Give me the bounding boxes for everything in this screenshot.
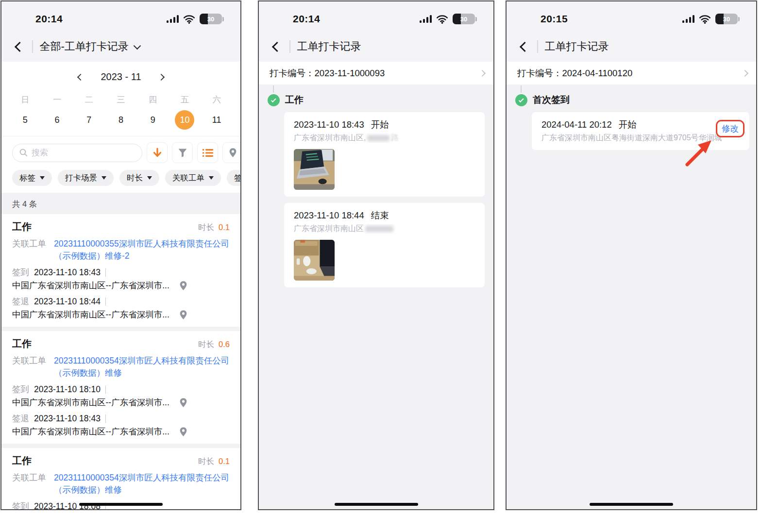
redacted-text: [365, 226, 393, 232]
checkin-address: 中国广东省深圳市南山区--广东省深圳市...: [12, 397, 169, 408]
record-card[interactable]: 工作 时长0.1 关联工单 20231110000355深圳市匠人科技有限责任公…: [1, 214, 240, 327]
entry-time: 2024-04-11 20:12: [541, 119, 612, 130]
record-number-label: 打卡编号：: [517, 67, 562, 79]
calendar-prev-icon[interactable]: [77, 73, 84, 80]
check-circle-icon: [268, 94, 280, 106]
duration-label: 时长: [198, 340, 214, 349]
sort-button[interactable]: [147, 142, 168, 163]
search-input[interactable]: 搜索: [12, 144, 142, 162]
back-icon[interactable]: [15, 41, 25, 51]
calendar-day[interactable]: 8: [105, 110, 137, 130]
location-pin-icon[interactable]: [178, 281, 188, 291]
wifi-icon: [436, 15, 448, 24]
timeline-section: 工作: [259, 93, 493, 110]
checkin-photo[interactable]: [294, 149, 335, 190]
filter-chip-scene[interactable]: 打卡场景: [58, 170, 114, 186]
battery-icon: 30: [715, 14, 740, 24]
back-icon[interactable]: [520, 41, 530, 51]
modify-button[interactable]: 修改: [722, 124, 739, 133]
cellular-signal-icon: [682, 15, 695, 23]
location-pin-icon: [228, 148, 238, 158]
related-order-link[interactable]: 20231110000354深圳市匠人科技有限责任公司（示例数据）维修: [54, 472, 230, 496]
record-type: 工作: [12, 337, 32, 350]
phone-screenshot-list: 20:14 30 全部-工单打卡记录: [0, 0, 241, 510]
status-bar: 20:15 30: [507, 1, 756, 32]
phone-screenshot-detail-2: 20:15 30 工单打卡记录: [506, 0, 757, 510]
entry-status: 开始: [371, 118, 389, 131]
related-order-link[interactable]: 20231110000355深圳市匠人科技有限责任公司（示例数据）维修-2: [54, 238, 230, 262]
location-pin-icon[interactable]: [178, 427, 188, 437]
calendar: 2023 - 11 日 一 二 三 四 五 六 5 6 7 8 9 10 11: [1, 62, 240, 136]
weekday-label: 五: [169, 89, 201, 110]
chip-label: 关联工单: [172, 173, 204, 183]
weekday-label: 二: [73, 89, 105, 110]
separator: [105, 415, 106, 423]
chevron-down-icon: [147, 176, 152, 180]
filter-chip-tag[interactable]: 标签: [12, 170, 52, 186]
related-order-label: 关联工单: [12, 355, 54, 379]
record-card[interactable]: 工作 时长0.1 关联工单 20231110000354深圳市匠人科技有限责任公…: [1, 448, 240, 510]
cellular-signal-icon: [420, 15, 432, 23]
home-indicator[interactable]: [590, 503, 673, 506]
checkout-address: 中国广东省深圳市南山区--广东省深圳市...: [12, 309, 169, 320]
battery-percent: 30: [200, 14, 222, 24]
location-pin-icon[interactable]: [178, 310, 188, 320]
checkin-label: 签到: [12, 500, 29, 510]
timeline-label: 工作: [285, 94, 304, 106]
chip-label: 标签: [19, 173, 35, 183]
calendar-day[interactable]: 7: [73, 110, 105, 130]
home-indicator[interactable]: [335, 503, 418, 506]
nav-bar: 全部-工单打卡记录: [1, 32, 240, 62]
calendar-day-selected[interactable]: 10: [175, 110, 194, 130]
battery-icon: 30: [453, 14, 477, 24]
wifi-icon: [183, 15, 195, 24]
redacted-text: [367, 135, 389, 141]
search-icon: [19, 149, 28, 157]
chip-label: 时长: [127, 173, 143, 183]
record-number-label: 打卡编号：: [270, 67, 315, 79]
checkout-time: 2023-11-10 18:43: [34, 414, 101, 424]
home-indicator[interactable]: [79, 503, 163, 506]
duration-label: 时长: [198, 223, 214, 232]
filter-chip-duration[interactable]: 时长: [119, 170, 159, 186]
status-bar: 20:14 30: [259, 1, 493, 32]
duration-value: 0.1: [219, 457, 230, 466]
wifi-icon: [699, 15, 711, 24]
result-count: 共 4 条: [1, 193, 240, 214]
list-view-button[interactable]: [197, 142, 218, 163]
chevron-down-icon: [209, 176, 214, 180]
separator: [105, 298, 106, 306]
filter-button[interactable]: [172, 142, 193, 163]
chevron-right-icon: [742, 69, 748, 76]
entry-status: 开始: [619, 118, 637, 131]
record-number-row[interactable]: 打卡编号： 2024-04-1100120: [507, 62, 756, 84]
related-order-label: 关联工单: [12, 238, 54, 262]
filter-chip-order[interactable]: 关联工单: [165, 170, 221, 186]
timeline-connector: [521, 85, 522, 93]
calendar-next-icon[interactable]: [157, 73, 164, 80]
checkout-photo[interactable]: [294, 240, 335, 281]
record-number-row[interactable]: 打卡编号： 2023-11-1000093: [259, 62, 493, 84]
back-icon[interactable]: [272, 41, 282, 51]
map-view-button[interactable]: [222, 142, 241, 163]
related-order-link[interactable]: 20231110000354深圳市匠人科技有限责任公司（示例数据）维修: [54, 355, 230, 379]
checkin-label: 签到: [12, 383, 29, 395]
record-card[interactable]: 工作 时长0.6 关联工单 20231110000354深圳市匠人科技有限责任公…: [1, 331, 240, 444]
chip-label: 签到时间: [234, 173, 240, 183]
entry-address: 广东省深圳市南山区,: [294, 133, 366, 142]
funnel-icon: [178, 148, 187, 158]
title-dropdown-icon[interactable]: [134, 42, 141, 50]
calendar-day[interactable]: 6: [41, 110, 73, 130]
chip-label: 打卡场景: [65, 173, 97, 183]
filter-chip-checkin-time[interactable]: 签到时间: [227, 170, 240, 186]
separator: [105, 385, 106, 394]
calendar-day[interactable]: 5: [9, 110, 41, 130]
entry-address-suffix: 路: [391, 133, 399, 142]
calendar-day[interactable]: 9: [137, 110, 169, 130]
calendar-day[interactable]: 11: [201, 110, 233, 130]
page-title: 全部-工单打卡记录: [40, 39, 129, 54]
calendar-month: 2023 - 11: [101, 71, 141, 83]
timeline-label: 首次签到: [533, 94, 570, 106]
record-type: 工作: [12, 454, 32, 467]
location-pin-icon[interactable]: [178, 398, 188, 408]
